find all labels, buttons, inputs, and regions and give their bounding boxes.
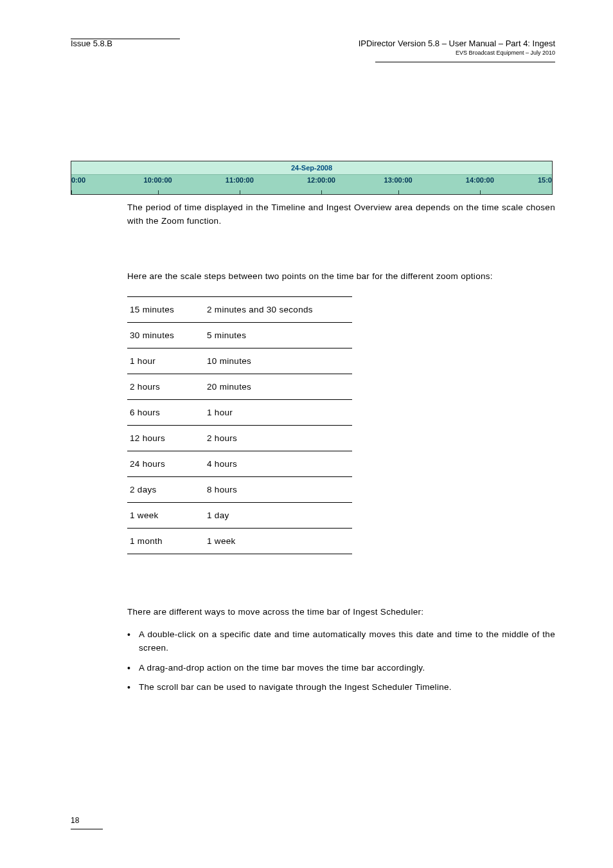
timebar: 24-Sep-2008 0:0010:00:0011:00:0012:00:00…	[71, 161, 553, 195]
table-row: 24 hours4 hours	[127, 451, 352, 476]
step-cell: 20 minutes	[204, 374, 352, 399]
table-row: 2 days8 hours	[127, 476, 352, 502]
table-row: 30 minutes5 minutes	[127, 322, 352, 348]
zoom-cell: 2 days	[127, 476, 204, 502]
content-area: 24-Sep-2008 0:0010:00:0011:00:0012:00:00…	[127, 161, 555, 694]
page-number: 18	[71, 816, 109, 827]
timebar-tick-mark	[71, 190, 72, 194]
page-header: Issue 5.8.B IPDirector Version 5.8 – Use…	[71, 39, 555, 64]
paragraph-move-intro: There are different ways to move across …	[127, 606, 555, 619]
zoom-cell: 15 minutes	[127, 296, 204, 322]
step-cell: 1 day	[204, 502, 352, 528]
header-right: IPDirector Version 5.8 – User Manual – P…	[359, 39, 555, 56]
issue-label: Issue 5.8.B	[71, 39, 112, 48]
timebar-tick-label: 10:00:00	[144, 176, 172, 184]
timebar-tick-label: 11:00:00	[226, 176, 254, 184]
step-cell: 8 hours	[204, 476, 352, 502]
page-footer: 18	[71, 816, 109, 829]
zoom-cell: 30 minutes	[127, 322, 204, 348]
list-item: A drag-and-drop action on the time bar m…	[127, 662, 555, 675]
step-cell: 5 minutes	[204, 322, 352, 348]
zoom-cell: 12 hours	[127, 425, 204, 451]
paragraph-scale-intro: Here are the scale steps between two poi…	[127, 270, 555, 284]
footer-rule	[71, 829, 103, 829]
table-row: 1 month1 week	[127, 528, 352, 554]
table-row: 1 hour10 minutes	[127, 348, 352, 374]
timebar-tick-mark	[158, 190, 159, 194]
move-bullets: A double-click on a specific date and ti…	[127, 628, 555, 695]
step-cell: 4 hours	[204, 451, 352, 476]
timebar-tick-label: 13:00:00	[384, 176, 413, 184]
timebar-tick-mark	[552, 190, 553, 194]
paragraph-timebar-desc: The period of time displayed in the Time…	[127, 201, 555, 228]
table-row: 12 hours2 hours	[127, 425, 352, 451]
zoom-cell: 24 hours	[127, 451, 204, 476]
zoom-cell: 1 week	[127, 502, 204, 528]
step-cell: 1 hour	[204, 399, 352, 425]
timebar-tick-mark	[480, 190, 481, 194]
table-row: 1 week1 day	[127, 502, 352, 528]
zoom-table: 15 minutes2 minutes and 30 seconds30 min…	[127, 296, 352, 554]
timebar-tick-mark	[398, 190, 399, 194]
table-row: 15 minutes2 minutes and 30 seconds	[127, 296, 352, 322]
step-cell: 1 week	[204, 528, 352, 554]
zoom-cell: 6 hours	[127, 399, 204, 425]
timebar-tick-mark	[321, 190, 322, 194]
header-rule-right	[375, 62, 555, 62]
zoom-cell: 1 month	[127, 528, 204, 554]
timebar-tick-label: 12:00:00	[307, 176, 335, 184]
zoom-cell: 2 hours	[127, 374, 204, 399]
list-item: A double-click on a specific date and ti…	[127, 628, 555, 655]
zoom-cell: 1 hour	[127, 348, 204, 374]
timebar-date: 24-Sep-2008	[71, 161, 552, 175]
page: Issue 5.8.B IPDirector Version 5.8 – Use…	[0, 0, 613, 868]
doc-subtitle: EVS Broadcast Equipment – July 2010	[359, 50, 555, 56]
doc-title: IPDirector Version 5.8 – User Manual – P…	[359, 39, 555, 48]
table-row: 2 hours20 minutes	[127, 374, 352, 399]
timebar-tick-mark	[240, 190, 240, 194]
timebar-scale: 0:0010:00:0011:00:0012:00:0013:00:0014:0…	[71, 175, 552, 194]
table-row: 6 hours1 hour	[127, 399, 352, 425]
timebar-tick-label: 0:00	[71, 176, 85, 184]
step-cell: 10 minutes	[204, 348, 352, 374]
list-item: The scroll bar can be used to navigate t…	[127, 681, 555, 694]
step-cell: 2 hours	[204, 425, 352, 451]
timebar-tick-label: 15:0	[538, 176, 552, 184]
step-cell: 2 minutes and 30 seconds	[204, 296, 352, 322]
timebar-tick-label: 14:00:00	[466, 176, 494, 184]
